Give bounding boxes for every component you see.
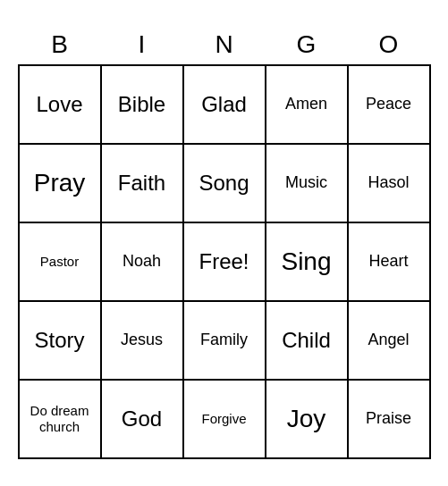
- bingo-cell: Noah: [102, 223, 184, 302]
- bingo-cell: Glad: [184, 66, 266, 145]
- bingo-cell: God: [102, 381, 184, 459]
- bingo-row: LoveBibleGladAmenPeace: [20, 66, 431, 145]
- bingo-cell: Free!: [184, 223, 266, 302]
- bingo-cell: Family: [184, 302, 266, 381]
- bingo-cell: Sing: [266, 223, 349, 302]
- bingo-cell: Forgive: [184, 381, 266, 459]
- bingo-cell: Praise: [349, 381, 431, 459]
- bingo-cell: Peace: [349, 66, 431, 145]
- header-letter: N: [183, 27, 266, 63]
- bingo-cell: Amen: [266, 66, 349, 145]
- header-letter: G: [266, 27, 348, 63]
- bingo-cell: Joy: [266, 381, 349, 459]
- bingo-cell: Pray: [20, 145, 102, 223]
- bingo-row: PastorNoahFree!SingHeart: [20, 223, 431, 302]
- header-letter: I: [101, 27, 183, 63]
- bingo-cell: Do dream church: [20, 381, 102, 459]
- bingo-row: PrayFaithSongMusicHasol: [20, 145, 431, 223]
- bingo-row: StoryJesusFamilyChildAngel: [20, 302, 431, 381]
- bingo-card: BINGO LoveBibleGladAmenPeacePrayFaithSon…: [18, 27, 431, 459]
- bingo-cell: Love: [20, 66, 102, 145]
- bingo-cell: Child: [266, 302, 349, 381]
- bingo-cell: Hasol: [349, 145, 431, 223]
- bingo-cell: Faith: [102, 145, 184, 223]
- header-letter: O: [348, 27, 430, 63]
- bingo-cell: Music: [266, 145, 349, 223]
- bingo-row: Do dream churchGodForgiveJoyPraise: [20, 381, 431, 459]
- bingo-grid: LoveBibleGladAmenPeacePrayFaithSongMusic…: [18, 64, 431, 459]
- bingo-header: BINGO: [19, 27, 430, 63]
- bingo-cell: Heart: [349, 223, 431, 302]
- bingo-cell: Pastor: [20, 223, 102, 302]
- bingo-cell: Story: [20, 302, 102, 381]
- bingo-cell: Angel: [349, 302, 431, 381]
- bingo-cell: Song: [184, 145, 266, 223]
- bingo-cell: Bible: [102, 66, 184, 145]
- header-letter: B: [19, 27, 101, 63]
- bingo-cell: Jesus: [102, 302, 184, 381]
